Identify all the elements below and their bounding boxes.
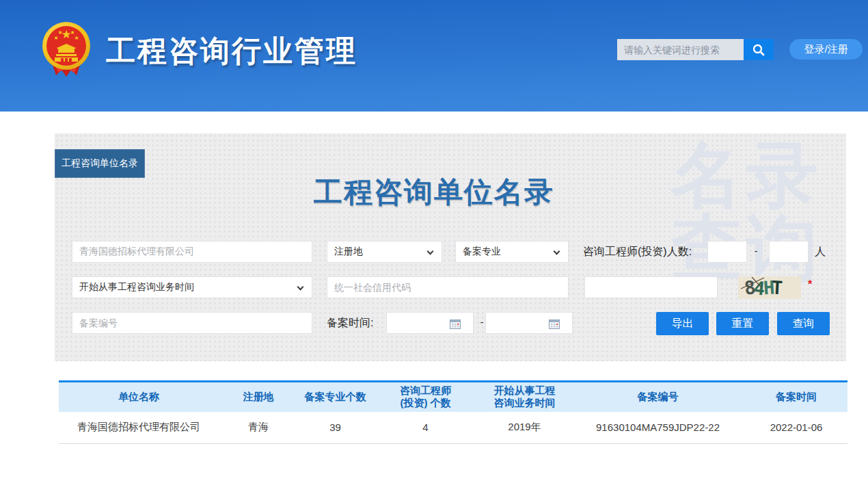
svg-text:★: ★ [74,35,79,41]
cell-registration-place: 青海 [219,412,298,444]
col-registration-place: 注册地 [219,382,298,412]
engineer-count-label: 咨询工程师(投资)人数: [583,241,692,263]
reset-button[interactable]: 重置 [716,312,769,335]
calendar-icon[interactable] [549,319,560,329]
captcha-input[interactable] [584,276,718,298]
login-register-button[interactable]: 登录/注册 [789,39,863,60]
count-range-dash: - [749,241,763,263]
engineer-count-min-input[interactable] [707,241,747,263]
chevron-down-icon [297,284,304,291]
captcha-image[interactable]: 84HT [738,276,801,299]
cell-engineer-count: 4 [372,412,478,444]
record-time-start-input[interactable] [386,312,474,334]
col-specialty-count: 备案专业个数 [298,382,372,412]
registration-place-select[interactable]: 注册地 [327,241,442,263]
cell-record-time: 2022-01-06 [745,412,847,444]
svg-text:★: ★ [53,35,58,41]
results-table: 单位名称 注册地 备案专业个数 咨询工程师 (投资) 个数 开始从事工程 咨询业… [59,380,847,444]
search-icon [752,43,765,57]
record-specialty-value: 备案专业 [463,246,501,258]
required-asterisk: * [808,278,812,291]
directory-search-panel: 名录 查询 工程咨询单位名录 工程咨询单位名录 注册地 备案专业 咨询工程师(投… [55,133,846,361]
chevron-down-icon [427,248,434,255]
header-search [617,39,774,60]
col-engineer-count: 咨询工程师 (投资) 个数 [372,382,478,412]
query-button[interactable]: 查询 [777,312,830,335]
col-record-number: 备案编号 [571,382,745,412]
business-start-time-value: 开始从事工程咨询业务时间 [79,281,194,293]
company-name-input[interactable] [72,241,312,263]
record-time-end-input[interactable] [485,312,573,334]
cell-start-time: 2019年 [478,412,571,444]
site-title: 工程咨询行业管理 [106,31,357,71]
tab-label: 工程咨询单位名录 [62,157,138,170]
record-specialty-select[interactable]: 备案专业 [455,241,569,263]
export-button[interactable]: 导出 [656,312,709,335]
table-header-row: 单位名称 注册地 备案专业个数 咨询工程师 (投资) 个数 开始从事工程 咨询业… [59,382,847,412]
national-emblem-icon: ★ ★ ★ ★ ★ [40,21,93,78]
svg-text:★: ★ [57,29,62,36]
unit-person-label: 人 [815,241,826,263]
record-number-input[interactable] [72,312,312,334]
credit-code-input[interactable] [327,276,569,298]
table-row[interactable]: 青海国德招标代理有限公司 青海 39 4 2019年 91630104MA759… [59,412,847,444]
cell-unit-name: 青海国德招标代理有限公司 [59,412,219,444]
col-unit-name: 单位名称 [59,382,219,412]
business-start-time-select[interactable]: 开始从事工程咨询业务时间 [72,276,312,298]
col-record-time: 备案时间 [745,382,847,412]
registration-place-value: 注册地 [334,246,363,258]
site-header: ★ ★ ★ ★ ★ 工程咨询行业管理 登录/注册 [0,0,868,112]
record-time-label: 备案时间: [327,312,373,334]
search-button[interactable] [744,39,774,60]
header-search-input[interactable] [617,39,744,60]
chevron-down-icon [554,248,560,255]
cell-specialty-count: 39 [298,412,372,444]
engineer-count-max-input[interactable] [769,241,809,263]
page-title: 工程咨询单位名录 [55,173,813,211]
cell-record-number: 91630104MA759JDP22-22 [571,412,745,444]
calendar-icon[interactable] [450,319,461,329]
col-start-time: 开始从事工程 咨询业务时间 [478,382,571,412]
captcha-noise-lines [738,276,801,299]
